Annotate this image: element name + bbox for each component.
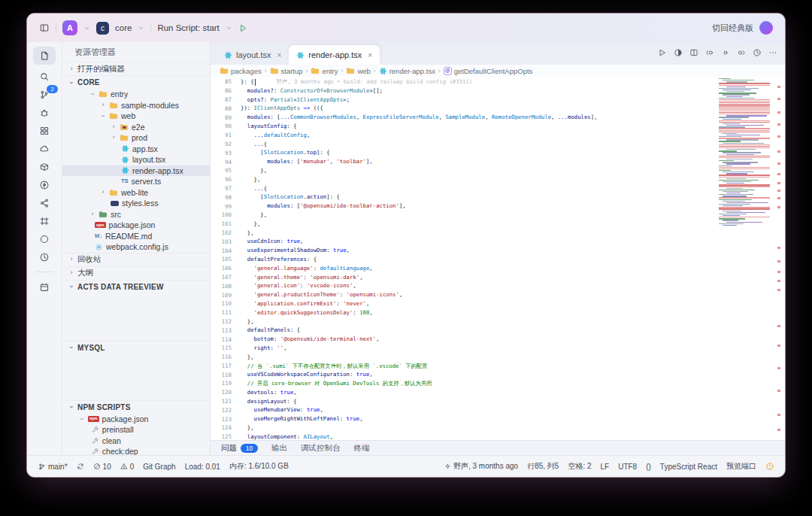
status-item-utf8[interactable]: UTF8 xyxy=(618,463,637,471)
activity-item-calendar[interactable] xyxy=(34,281,55,293)
chevron-down-icon[interactable] xyxy=(138,25,144,32)
code-line-102[interactable]: 102 }, xyxy=(211,229,717,238)
breadcrumb-item-packages[interactable]: packages xyxy=(220,66,262,75)
code-line-112[interactable]: 112 }, xyxy=(211,317,717,326)
activity-item-extensions[interactable] xyxy=(34,124,55,137)
panel-tab-输出[interactable]: 输出 xyxy=(271,443,287,454)
activity-item-frame[interactable] xyxy=(34,214,55,227)
run-script-selector[interactable]: Run Script: start xyxy=(157,23,219,32)
app-logo[interactable]: A xyxy=(62,20,77,35)
code-line-87[interactable]: 87 opts?: Partial<IClientAppOpts>; xyxy=(211,96,717,105)
chevron-down-icon[interactable] xyxy=(83,25,90,32)
code-line-96[interactable]: 96 }, xyxy=(211,175,717,184)
status-item-load-0-01[interactable]: Load: 0.01 xyxy=(185,463,220,471)
code-line-86[interactable]: 86 modules?: ConstructorOf<BrowserModule… xyxy=(211,87,717,96)
status-item--1-6-10-0-gb[interactable]: 内存: 1.6/10.0 GB xyxy=(229,461,289,472)
code-line-118[interactable]: 118 useVSCodeWorkspaceConfiguration: tru… xyxy=(211,370,717,379)
code-line-106[interactable]: 106 'general.language': defaultLanguage, xyxy=(211,264,717,273)
status-item-main-[interactable]: main* xyxy=(38,463,68,471)
code-line-103[interactable]: 103 useCdnIcon: true, xyxy=(211,237,717,246)
code-line-95[interactable]: 95 }, xyxy=(211,166,717,175)
minimap[interactable] xyxy=(719,78,773,226)
status-item--2[interactable]: 空格: 2 xyxy=(568,461,591,472)
close-icon[interactable]: × xyxy=(277,51,281,59)
code-line-90[interactable]: 90 layoutConfig: { xyxy=(211,122,717,131)
status-item[interactable] xyxy=(77,463,84,470)
section-open-editors[interactable]: ›打开的编辑器 xyxy=(62,62,210,75)
section-mysql[interactable]: ›MYSQL xyxy=(62,341,210,354)
tree-item-prod[interactable]: ›prod xyxy=(62,132,210,144)
panel-tab-调试控制台[interactable]: 调试控制台 xyxy=(301,443,341,454)
tab-render-app.tsx[interactable]: render-app.tsx× xyxy=(289,45,380,65)
code-line-100[interactable]: 100 }, xyxy=(211,211,717,220)
breadcrumb-item-startup[interactable]: startup xyxy=(270,66,303,75)
activity-item-circle[interactable] xyxy=(34,232,55,245)
activity-item-debug[interactable] xyxy=(34,106,55,119)
nav-back-icon[interactable] xyxy=(705,47,714,60)
more-icon[interactable] xyxy=(768,47,777,60)
nav-circle-icon[interactable] xyxy=(721,47,730,60)
code-line-116[interactable]: 116 }, xyxy=(211,353,717,362)
code-line-114[interactable]: 114 bottom: '@opensumi/ide-terminal-next… xyxy=(211,335,717,344)
code-line-88[interactable]: 88}): IClientAppOpts => (({ xyxy=(211,104,717,113)
npm-script-clean[interactable]: clean xyxy=(62,436,210,447)
activity-item-search[interactable] xyxy=(34,70,55,83)
code-line-117[interactable]: 117 // 当 `.sumi` 下不存在配置文件时，默认采用 `.vscode… xyxy=(211,362,717,371)
breadcrumb-item-render-app.tsx[interactable]: render-app.tsx xyxy=(379,67,435,75)
chevron-down-icon[interactable] xyxy=(226,25,232,32)
tree-item-src[interactable]: ›src xyxy=(62,209,210,220)
tree-item-server.ts[interactable]: TSserver.ts xyxy=(62,176,210,187)
status-item--[interactable]: 预览端口 xyxy=(726,461,756,472)
breadcrumb-item-entry[interactable]: entry xyxy=(311,66,338,75)
code-line-104[interactable]: 104 useExperimentalShadowDom: true, xyxy=(211,246,717,255)
tree-item-e2e[interactable]: ›e2e xyxy=(62,122,210,133)
activity-item-package[interactable] xyxy=(34,160,55,173)
tree-item-layout.tsx[interactable]: layout.tsx xyxy=(62,154,210,165)
status-item-typescript-react[interactable]: TypeScript React xyxy=(660,463,717,471)
code-line-122[interactable]: 122 useMenubarView: true, xyxy=(211,405,717,414)
tree-item-package.json[interactable]: npmpackage.json xyxy=(62,220,210,231)
code-line-124[interactable]: 124 }, xyxy=(211,423,717,433)
code-line-115[interactable]: 115 right: '', xyxy=(211,344,717,353)
tree-item-styles.less[interactable]: styles.less xyxy=(62,198,210,209)
section-npm-scripts[interactable]: ›NPM SCRIPTS xyxy=(62,400,210,414)
diff-icon[interactable] xyxy=(674,47,683,60)
code-line-93[interactable]: 93 [SlotLocation.top]: { xyxy=(211,148,717,157)
status-item-git-graph[interactable]: Git Graph xyxy=(143,463,175,471)
code-line-92[interactable]: 92 ...{ xyxy=(211,140,717,149)
project-name[interactable]: core xyxy=(115,23,132,32)
tree-item-webpack.config.js[interactable]: webpack.config.js xyxy=(62,241,210,253)
status-item[interactable] xyxy=(765,462,774,471)
code-line-105[interactable]: 105 defaultPreferences: { xyxy=(211,255,717,264)
code-line-119[interactable]: 119 // 开启 core-browser 对 OpenSumi DevToo… xyxy=(211,379,717,388)
status-item--85-5[interactable]: 行85, 列5 xyxy=(527,461,559,472)
activity-item-source-control[interactable]: 2 xyxy=(34,88,55,101)
section-acts-data-treeview[interactable]: ›ACTS DATA TREEVIEW xyxy=(62,280,210,293)
code-line-110[interactable]: 110 'application.confirmExit': 'never', xyxy=(211,299,717,308)
code-line-89[interactable]: 89 modules: [...CommonBrowserModules, Ex… xyxy=(211,113,717,122)
panel-tab-问题[interactable]: 问题10 xyxy=(221,443,258,454)
tree-item-render-app.tsx[interactable]: render-app.tsx xyxy=(62,165,210,177)
clock-icon[interactable] xyxy=(753,47,762,60)
status-item-10[interactable]: 10 xyxy=(93,463,111,471)
activity-item-files[interactable] xyxy=(33,47,56,65)
code-line-94[interactable]: 94 modules: ['menubar', 'toolbar'], xyxy=(211,157,717,166)
code-line-85[interactable]: 85}: {野声, 3 months ago • build: add rail… xyxy=(211,77,717,87)
code-line-107[interactable]: 107 'general.theme': 'opensumi-dark', xyxy=(211,273,717,282)
switch-classic-button[interactable]: 切回经典版 xyxy=(712,23,753,34)
status-item--[interactable]: () xyxy=(646,463,651,471)
code-line-99[interactable]: 99 modules: ['@opensumi/ide-toolbar-acti… xyxy=(211,202,717,211)
activity-item-cloud[interactable] xyxy=(34,142,55,155)
tree-item-app.tsx[interactable]: app.tsx xyxy=(62,144,210,155)
code-line-98[interactable]: 98 [SlotLocation.action]: { xyxy=(211,193,717,202)
tree-item-README.md[interactable]: M↓README.md xyxy=(62,231,210,242)
close-icon[interactable]: × xyxy=(368,51,372,59)
code-line-120[interactable]: 120 devtools: true, xyxy=(211,388,717,397)
code-line-101[interactable]: 101 }, xyxy=(211,220,717,229)
run-icon[interactable] xyxy=(658,47,667,60)
tab-layout.tsx[interactable]: layout.tsx× xyxy=(217,45,289,65)
npm-script-preinstall[interactable]: preinstall xyxy=(62,424,210,436)
avatar[interactable] xyxy=(759,21,773,35)
npm-script-package.json[interactable]: ›npmpackage.json xyxy=(62,414,210,425)
nav-forward-icon[interactable] xyxy=(737,47,746,60)
